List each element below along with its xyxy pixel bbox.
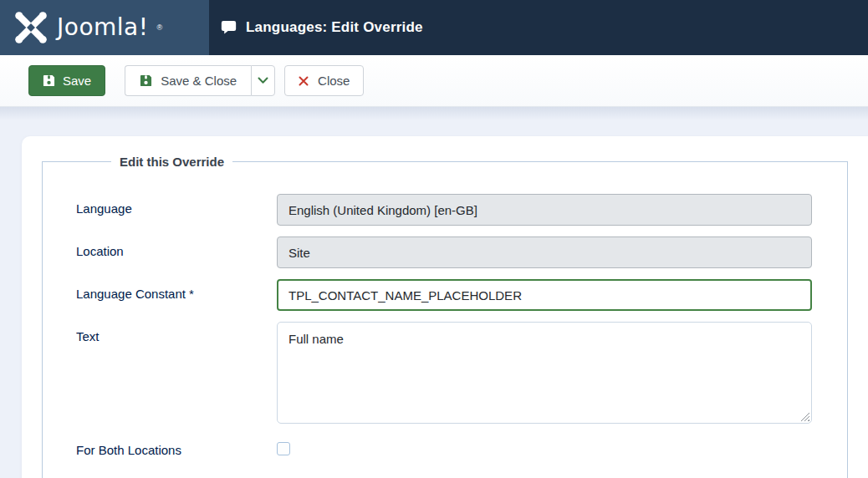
save-and-close-button[interactable]: Save & Close [125,65,251,96]
form-row-language-constant: Language Constant * [76,279,847,311]
toolbar: Save Save & Close [0,55,868,107]
form-row-language: Language [76,194,847,226]
page-title: Languages: Edit Override [246,19,423,36]
location-input [277,236,812,268]
text-label: Text [76,322,277,424]
joomla-logo-text: Joomla! [57,16,148,39]
content-area: Edit this Override Language Location Lan… [0,107,868,478]
save-icon [43,74,55,87]
admin-header: Joomla!® Languages: Edit Override [0,0,868,55]
save-options-dropdown-toggle[interactable] [251,65,275,96]
both-locations-label: For Both Locations [76,442,277,457]
comment-icon [221,20,237,35]
edit-override-fieldset: Edit this Override Language Location Lan… [42,155,848,478]
both-locations-checkbox[interactable] [277,442,290,455]
chevron-down-icon [258,77,268,84]
form-row-both-locations: For Both Locations [76,442,847,457]
language-constant-input[interactable] [277,279,812,311]
close-button[interactable]: Close [284,65,364,96]
app-root: Joomla!® Languages: Edit Override Save [0,0,868,478]
language-constant-label: Language Constant * [76,279,277,311]
edit-override-card: Edit this Override Language Location Lan… [22,136,868,478]
close-button-label: Close [318,74,350,87]
save-and-close-icon [140,74,152,87]
joomla-logo-icon [13,9,49,46]
page-title-bar: Languages: Edit Override [209,0,868,55]
text-textarea-wrap: Full name [277,322,812,424]
language-input [277,194,812,226]
close-x-icon [299,76,309,86]
joomla-logo[interactable]: Joomla!® [0,0,209,55]
save-and-close-label: Save & Close [161,74,237,87]
save-options-group: Save & Close [125,65,275,96]
form-row-text: Text Full name [76,322,847,424]
language-label: Language [76,194,277,226]
save-button[interactable]: Save [28,65,105,96]
joomla-logo-trademark: ® [156,23,162,32]
save-button-label: Save [63,74,91,87]
form-row-location: Location [76,236,847,268]
location-label: Location [76,236,277,268]
text-textarea[interactable]: Full name [277,322,812,424]
fieldset-legend: Edit this Override [111,155,232,169]
